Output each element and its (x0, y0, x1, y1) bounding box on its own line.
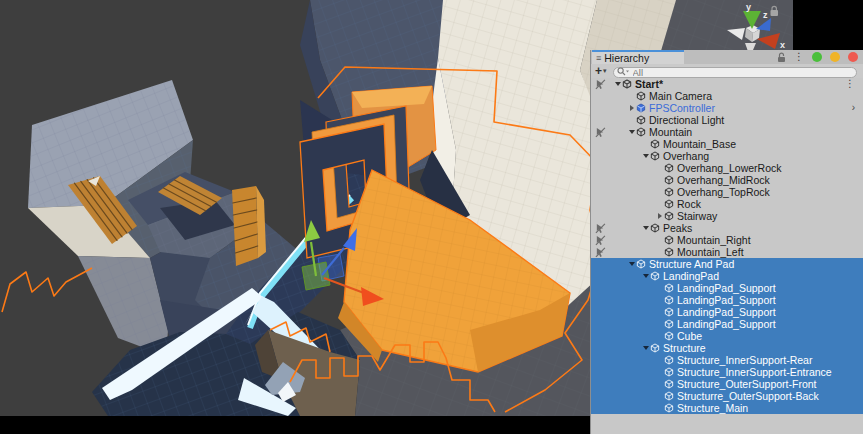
cube-icon (650, 139, 661, 149)
hierarchy-row-landingpad-support[interactable]: LandingPad_Support (591, 294, 863, 306)
picking-disabled-icon[interactable] (595, 79, 606, 90)
expand-arrow[interactable] (627, 104, 636, 113)
object-label: Structure_InnerSupport-Entrance (677, 366, 832, 378)
hierarchy-row-structure-and-pad[interactable]: Structure And Pad (591, 258, 863, 270)
expand-spacer (641, 140, 650, 149)
hierarchy-row-overhang-lowerrock[interactable]: Overhang_LowerRock (591, 162, 863, 174)
cube-icon (664, 379, 675, 389)
create-caret-icon: ▾ (603, 66, 607, 76)
search-field[interactable] (613, 66, 857, 77)
cube-icon (636, 259, 647, 269)
hierarchy-row-mountain-base[interactable]: Mountain_Base (591, 138, 863, 150)
hierarchy-row-stairway[interactable]: Stairway (591, 210, 863, 222)
search-input[interactable] (613, 67, 857, 78)
hierarchy-row-cube[interactable]: Cube (591, 330, 863, 342)
panel-header: ≡ Hierarchy ⋮ (591, 50, 863, 64)
hierarchy-row-mountain-left[interactable]: Mountain_Left (591, 246, 863, 258)
cube-icon (664, 367, 675, 377)
hierarchy-row-main-camera[interactable]: Main Camera (591, 90, 863, 102)
hierarchy-row-landingpad-support[interactable]: LandingPad_Support (591, 282, 863, 294)
cube-icon (664, 391, 675, 401)
expand-spacer (655, 404, 664, 413)
cube-icon (636, 115, 647, 125)
hierarchy-row-peaks[interactable]: Peaks (591, 222, 863, 234)
object-label: Peaks (663, 222, 692, 234)
hierarchy-row-structure-main[interactable]: Structure_Main (591, 402, 863, 414)
hierarchy-row-overhang[interactable]: Overhang (591, 150, 863, 162)
expand-arrow[interactable] (655, 212, 664, 221)
expand-arrow[interactable] (641, 344, 650, 353)
hierarchy-row-structurre-outersupport-back[interactable]: Structurre_OuterSupport-Back (591, 390, 863, 402)
expand-spacer (655, 296, 664, 305)
expand-arrow[interactable] (627, 128, 636, 137)
scene-icon (622, 79, 633, 89)
object-label: Cube (677, 330, 702, 342)
cube-icon (664, 331, 675, 341)
cube-icon (650, 151, 661, 161)
object-label: Structure_OuterSupport-Front (677, 378, 816, 390)
object-label: Structure (663, 342, 706, 354)
hierarchy-row-landingpad[interactable]: LandingPad (591, 270, 863, 282)
cube-icon (636, 127, 647, 137)
hierarchy-row-structure-outersupport-front[interactable]: Structure_OuterSupport-Front (591, 378, 863, 390)
prefab-chevron-icon[interactable]: › (852, 103, 855, 113)
cube-icon (664, 307, 675, 317)
hierarchy-row-mountain[interactable]: Mountain (591, 126, 863, 138)
panel-menu-icon: ≡ (596, 54, 601, 63)
object-label: Directional Light (649, 114, 724, 126)
cube-icon (664, 199, 675, 209)
tab-label: Hierarchy (604, 52, 649, 64)
window-button-green[interactable] (812, 52, 822, 62)
tab-hierarchy[interactable]: ≡ Hierarchy (592, 50, 684, 64)
expand-arrow[interactable] (627, 260, 636, 269)
cube-icon (650, 271, 661, 281)
cube-icon (664, 235, 675, 245)
object-label: Structurre_OuterSupport-Back (677, 390, 819, 402)
row-kebab-icon[interactable]: ⋮ (845, 79, 855, 89)
expand-arrow[interactable] (641, 272, 650, 281)
hierarchy-row-landingpad-support[interactable]: LandingPad_Support (591, 306, 863, 318)
axis-label-y: y (746, 2, 751, 12)
object-label: Structure And Pad (649, 258, 734, 270)
expand-spacer (655, 188, 664, 197)
expand-arrow[interactable] (641, 152, 650, 161)
expand-spacer (655, 320, 664, 329)
hierarchy-row-directional-light[interactable]: Directional Light (591, 114, 863, 126)
expand-spacer (655, 248, 664, 257)
hierarchy-row-structure-innersupport-rear[interactable]: Structure_InnerSupport-Rear (591, 354, 863, 366)
unity-editor: { "panel": { "tab_label": "Hierarchy", "… (0, 0, 863, 434)
hierarchy-row-rock[interactable]: Rock (591, 198, 863, 210)
cube-icon (664, 295, 675, 305)
object-label: Mountain_Base (663, 138, 736, 150)
hierarchy-row-start-[interactable]: Start*⋮ (591, 78, 863, 90)
expand-spacer (627, 116, 636, 125)
object-label: Overhang (663, 150, 709, 162)
expand-spacer (627, 92, 636, 101)
expand-arrow[interactable] (641, 224, 650, 233)
hierarchy-row-structure-innersupport-entrance[interactable]: Structure_InnerSupport-Entrance (591, 366, 863, 378)
object-label: Stairway (677, 210, 717, 222)
window-button-red[interactable] (848, 52, 858, 62)
expand-arrow[interactable] (613, 80, 622, 89)
axis-label-x: x (780, 40, 785, 50)
cube-icon (664, 211, 675, 221)
cube-icon (664, 403, 675, 413)
picking-disabled-icon[interactable] (595, 127, 606, 138)
hierarchy-row-fpscontroller[interactable]: FPSController› (591, 102, 863, 114)
panel-kebab-icon[interactable]: ⋮ (794, 52, 804, 62)
cube-icon (664, 319, 675, 329)
hierarchy-row-overhang-toprock[interactable]: Overhang_TopRock (591, 186, 863, 198)
hierarchy-row-landingpad-support[interactable]: LandingPad_Support (591, 318, 863, 330)
object-label: Rock (677, 198, 701, 210)
create-button[interactable]: + ▾ (595, 66, 607, 76)
cube-icon (664, 247, 675, 257)
cube-icon (664, 163, 675, 173)
hierarchy-row-mountain-right[interactable]: Mountain_Right (591, 234, 863, 246)
picking-disabled-icon[interactable] (595, 235, 606, 246)
picking-disabled-icon[interactable] (595, 223, 606, 234)
hierarchy-row-overhang-midrock[interactable]: Overhang_MidRock (591, 174, 863, 186)
picking-disabled-icon[interactable] (595, 247, 606, 258)
lock-icon[interactable] (777, 52, 786, 63)
window-button-yellow[interactable] (830, 52, 840, 62)
hierarchy-row-structure[interactable]: Structure (591, 342, 863, 354)
